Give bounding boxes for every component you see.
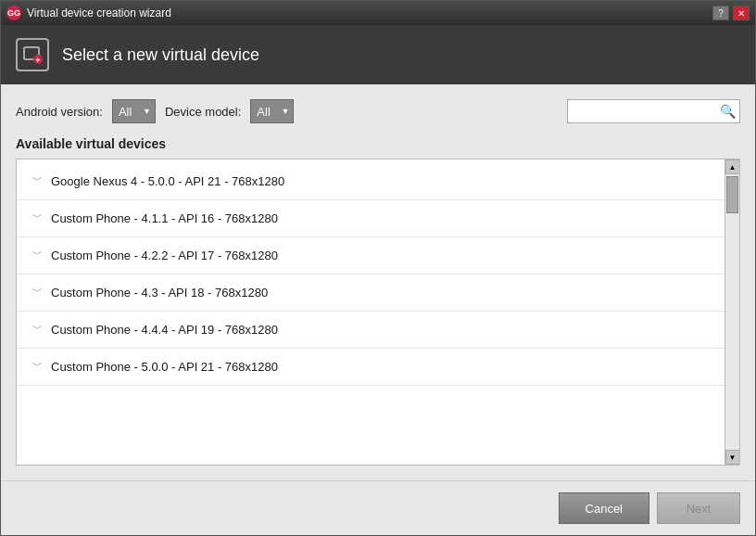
footer: Cancel Next [1, 480, 755, 535]
device-list[interactable]: 〉Google Nexus 4 - 5.0.0 - API 21 - 768x1… [17, 160, 724, 465]
chevron-down-icon: 〉 [30, 325, 44, 335]
main-content: Android version: All Device model: All 🔍… [1, 84, 755, 480]
device-list-container: 〉Google Nexus 4 - 5.0.0 - API 21 - 768x1… [16, 159, 740, 466]
device-name: Custom Phone - 4.2.2 - API 17 - 768x1280 [51, 249, 278, 262]
device-name: Custom Phone - 4.1.1 - API 16 - 768x1280 [51, 211, 278, 225]
chevron-down-icon: 〉 [30, 287, 44, 298]
list-item[interactable]: 〉Custom Phone - 4.3 - API 18 - 768x1280 [17, 274, 724, 312]
chevron-down-icon: 〉 [30, 362, 44, 372]
section-label: Available virtual devices [16, 136, 740, 151]
filters-row: Android version: All Device model: All 🔍 [16, 99, 740, 123]
scroll-down-button[interactable]: ▼ [725, 450, 740, 465]
search-icon[interactable]: 🔍 [720, 104, 736, 119]
next-button[interactable]: Next [657, 492, 740, 524]
list-item[interactable]: 〉Custom Phone - 4.1.1 - API 16 - 768x128… [17, 200, 724, 237]
app-icon: GG [6, 6, 21, 20]
list-item[interactable]: 〉Custom Phone - 5.0.0 - API 21 - 768x128… [17, 349, 724, 386]
scroll-up-button[interactable]: ▲ [725, 160, 740, 174]
scroll-thumb[interactable] [726, 176, 738, 213]
title-bar: GG Virtual device creation wizard ? ✕ [1, 1, 755, 25]
svg-text:+: + [35, 56, 40, 65]
device-name: Custom Phone - 5.0.0 - API 21 - 768x1280 [51, 360, 278, 374]
search-wrapper[interactable]: 🔍 [567, 99, 740, 123]
device-model-label: Device model: [165, 105, 241, 119]
chevron-down-icon: 〉 [30, 176, 44, 186]
android-version-select-wrapper[interactable]: All [112, 99, 156, 123]
device-name: Custom Phone - 4.4.4 - API 19 - 768x1280 [51, 323, 278, 337]
title-bar-controls: ? ✕ [712, 6, 750, 20]
chevron-down-icon: 〉 [30, 250, 44, 261]
search-input[interactable] [572, 105, 720, 119]
device-model-select-wrapper[interactable]: All [250, 99, 294, 123]
device-model-select[interactable]: All [250, 99, 294, 123]
device-name: Google Nexus 4 - 5.0.0 - API 21 - 768x12… [51, 174, 284, 188]
title-bar-left: GG Virtual device creation wizard [6, 6, 171, 20]
list-item[interactable]: 〉Custom Phone - 4.2.2 - API 17 - 768x128… [17, 237, 724, 274]
cancel-button[interactable]: Cancel [559, 492, 649, 524]
device-name: Custom Phone - 4.3 - API 18 - 768x1280 [51, 286, 268, 300]
android-version-select[interactable]: All [112, 99, 156, 123]
scrollbar[interactable]: ▲ ▼ [724, 160, 739, 465]
window-title: Virtual device creation wizard [27, 6, 171, 19]
chevron-down-icon: 〉 [30, 213, 44, 223]
list-item[interactable]: 〉Custom Phone - 4.4.4 - API 19 - 768x128… [17, 312, 724, 349]
scroll-track[interactable] [725, 174, 739, 450]
android-version-label: Android version: [16, 105, 103, 119]
wizard-icon: + [16, 38, 49, 71]
page-title: Select a new virtual device [62, 45, 259, 65]
help-button[interactable]: ? [712, 6, 729, 20]
list-item[interactable]: 〉Google Nexus 4 - 5.0.0 - API 21 - 768x1… [17, 163, 724, 200]
header-bar: + Select a new virtual device [1, 25, 755, 84]
close-button[interactable]: ✕ [733, 6, 750, 20]
window: GG Virtual device creation wizard ? ✕ + … [0, 0, 756, 536]
